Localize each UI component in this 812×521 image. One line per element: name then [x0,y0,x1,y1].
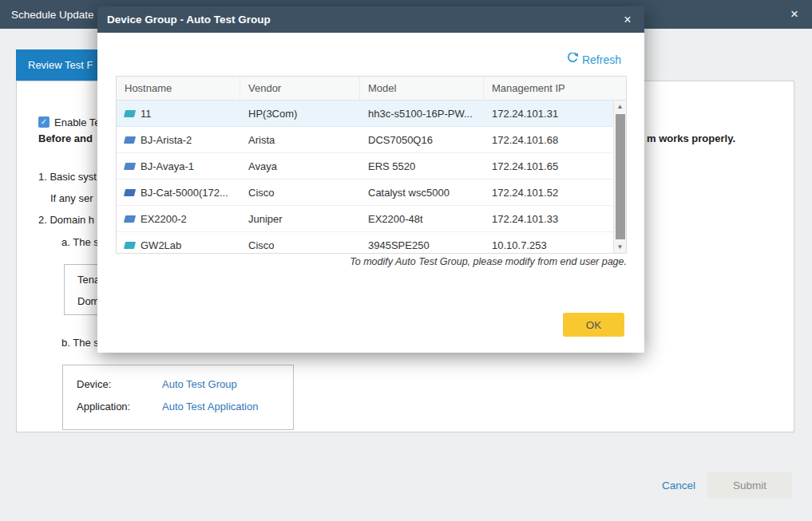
cell-management-ip: 172.24.101.65 [484,160,613,172]
modify-note: To modify Auto Test Group, please modify… [116,256,627,267]
intro-text-right: m works properly. [647,132,735,144]
cell-hostname: 11 [117,108,240,120]
table-row[interactable]: GW2LabCisco3945SPE25010.10.7.253 [117,232,613,253]
device-table: Hostname Vendor Model Management IP 11HP… [116,76,627,254]
cell-management-ip: 172.24.101.68 [484,134,613,146]
scrollbar-thumb[interactable] [616,114,625,239]
switch-icon [124,110,136,117]
column-model[interactable]: Model [360,77,484,100]
hostname-text: BJ-Avaya-1 [141,160,194,172]
table-row[interactable]: BJ-Cat-5000(172...CiscoCatalyst wsc50001… [117,180,613,206]
router-icon [124,136,136,144]
refresh-label: Refresh [582,53,621,66]
table-row[interactable]: EX2200-2JuniperEX2200-48t172.24.101.33 [117,206,613,232]
application-link[interactable]: Auto Test Application [162,401,258,412]
table-row[interactable]: BJ-Arista-2AristaDCS7050Q16172.24.101.68 [117,127,613,153]
cell-model: Catalyst wsc5000 [360,187,484,199]
screen: Schedule Update × Review Test F ✓ Enable… [0,0,812,521]
table-row[interactable]: 11HP(3Com)hh3c-s5100-16P-PW...172.24.101… [117,101,613,127]
cell-vendor: Avaya [240,160,360,172]
enable-label: Enable Te [54,116,101,128]
table-scrollbar[interactable]: ▲ ▼ [613,101,626,253]
cell-management-ip: 172.24.101.52 [484,187,613,199]
dialog-close-icon[interactable]: × [620,13,635,27]
column-hostname[interactable]: Hostname [117,77,240,100]
window-title: Schedule Update [11,9,94,21]
hostname-text: GW2Lab [141,239,181,251]
device-group-dialog: Device Group - Auto Test Group × Refresh… [97,6,644,353]
device-table-header: Hostname Vendor Model Management IP [117,77,626,101]
scroll-up-icon[interactable]: ▲ [614,101,626,112]
cell-vendor: Cisco [240,239,360,251]
hostname-text: BJ-Cat-5000(172... [141,187,228,199]
cell-model: 3945SPE250 [360,239,484,251]
tenant-label: Tena [77,274,100,286]
column-management-ip[interactable]: Management IP [484,77,613,100]
hostname-text: EX2200-2 [141,213,187,225]
device-group-link[interactable]: Auto Test Group [162,378,237,390]
device-application-box: Device: Auto Test Group Application: Aut… [62,365,294,430]
cell-vendor: Arista [240,134,360,146]
cell-management-ip: 172.24.101.31 [484,108,613,120]
application-label: Application: [77,401,130,412]
table-row[interactable]: BJ-Avaya-1AvayaERS 5520172.24.101.65 [117,153,613,180]
cancel-button[interactable]: Cancel [662,480,695,491]
step-basic-system: 1. Basic syst [38,171,97,183]
ok-button[interactable]: OK [563,313,624,337]
router-icon [124,215,136,223]
tab-label: Review Test F [28,59,93,71]
step-domain-health: 2. Domain h [38,214,94,226]
cell-hostname: GW2Lab [117,239,240,251]
switch-icon [124,189,136,196]
cell-model: DCS7050Q16 [360,134,484,146]
cell-hostname: BJ-Avaya-1 [117,160,240,172]
cell-vendor: Juniper [240,213,360,225]
column-vendor[interactable]: Vendor [240,77,360,100]
dialog-titlebar: Device Group - Auto Test Group × [97,6,644,33]
cell-hostname: EX2200-2 [117,213,240,225]
dialog-title: Device Group - Auto Test Group [107,14,271,26]
refresh-icon [567,53,578,66]
device-label: Device: [77,378,111,390]
enable-checkbox[interactable]: ✓ [38,116,50,128]
refresh-button[interactable]: Refresh [567,53,621,66]
scroll-down-icon[interactable]: ▼ [614,241,626,253]
router-icon [124,242,136,249]
window-close-icon[interactable]: × [786,6,802,22]
cell-model: hh3c-s5100-16P-PW... [360,108,484,120]
hostname-text: BJ-Arista-2 [141,134,192,146]
cell-model: EX2200-48t [360,213,484,225]
cell-vendor: Cisco [240,187,360,199]
step-if-any: If any ser [50,192,93,204]
cell-management-ip: 10.10.7.253 [484,239,613,251]
submit-button[interactable]: Submit [707,472,792,499]
cell-hostname: BJ-Cat-5000(172... [117,187,240,199]
cell-management-ip: 172.24.101.33 [484,213,613,225]
domain-label: Dom [77,295,99,307]
cell-model: ERS 5520 [360,160,484,172]
cell-hostname: BJ-Arista-2 [117,134,240,146]
cell-vendor: HP(3Com) [240,108,360,120]
hostname-text: 11 [141,108,152,120]
device-table-body: 11HP(3Com)hh3c-s5100-16P-PW...172.24.101… [117,101,613,253]
intro-text-left: Before and [38,132,93,144]
router-icon [124,163,136,170]
